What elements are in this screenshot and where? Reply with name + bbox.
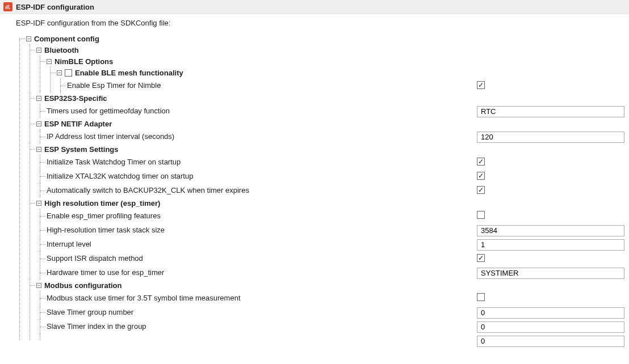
- node-ble-mesh: Enable BLE mesh functionality Enable Esp…: [47, 67, 629, 92]
- node-esp-system: ESP System Settings Initialize Task Watc…: [26, 143, 629, 197]
- config-tree: Component config Bluetooth NimBLE Option…: [0, 33, 629, 340]
- node-init-twdt: Initialize Task Watchdog Timer on startu…: [36, 155, 629, 169]
- label-esp-netif[interactable]: ESP NETIF Adapter: [44, 120, 112, 128]
- input-slave-timer-group[interactable]: [477, 307, 624, 319]
- label-hires-timer[interactable]: High resolution timer (esp_timer): [44, 199, 160, 208]
- esp-idf-icon: [3, 2, 12, 11]
- toggle-hires-timer[interactable]: [36, 201, 41, 206]
- label-profiling[interactable]: Enable esp_timer profiling features: [47, 211, 161, 220]
- label-isr-dispatch[interactable]: Support ISR dispatch method: [47, 254, 143, 263]
- checkbox-init-xtal32k[interactable]: [477, 172, 485, 180]
- node-profiling: Enable esp_timer profiling features: [36, 209, 629, 223]
- node-component-config: Component config Bluetooth NimBLE Option…: [16, 33, 629, 340]
- label-slave-timer-index[interactable]: Slave Timer index in the group: [47, 322, 146, 331]
- input-slave-timer-index[interactable]: [477, 321, 624, 333]
- checkbox-esp-timer-nimble[interactable]: [477, 81, 485, 89]
- section-subtitle: ESP-IDF configuration from the SDKConfig…: [0, 14, 629, 33]
- toggle-ble-mesh[interactable]: [57, 70, 62, 75]
- select-hw-timer[interactable]: [477, 268, 624, 279]
- node-auto-backup32k: Automatically switch to BACKUP32K_CLK wh…: [36, 183, 629, 197]
- checkbox-auto-backup32k[interactable]: [477, 186, 485, 194]
- node-use-timer-35t: Modbus stack use timer for 3.5T symbol t…: [36, 291, 629, 305]
- label-nimble[interactable]: NimBLE Options: [54, 57, 113, 66]
- toggle-nimble[interactable]: [47, 59, 52, 64]
- node-init-xtal32k: Initialize XTAL32K watchdog timer on sta…: [36, 169, 629, 183]
- label-use-timer-35t[interactable]: Modbus stack use timer for 3.5T symbol t…: [47, 294, 241, 302]
- input-cutoff[interactable]: [477, 336, 624, 341]
- svg-point-0: [9, 8, 10, 9]
- toggle-esp32s3[interactable]: [36, 96, 41, 101]
- label-init-twdt[interactable]: Initialize Task Watchdog Timer on startu…: [47, 158, 181, 166]
- label-ble-mesh[interactable]: Enable BLE mesh functionality: [75, 69, 183, 77]
- toggle-esp-system[interactable]: [36, 147, 41, 152]
- checkbox-use-timer-35t[interactable]: [477, 293, 485, 301]
- label-esp-timer-nimble[interactable]: Enable Esp Timer for Nimble: [67, 81, 161, 90]
- label-hw-timer[interactable]: Hardware timer to use for esp_timer: [47, 268, 164, 277]
- label-init-xtal32k[interactable]: Initialize XTAL32K watchdog timer on sta…: [47, 172, 193, 180]
- toggle-bluetooth[interactable]: [36, 48, 41, 53]
- node-esp-timer-nimble: Enable Esp Timer for Nimble: [57, 78, 629, 92]
- label-stack-size[interactable]: High-resolution timer task stack size: [47, 226, 165, 234]
- label-bluetooth[interactable]: Bluetooth: [44, 46, 79, 54]
- checkbox-init-twdt[interactable]: [477, 158, 485, 166]
- node-bluetooth: Bluetooth NimBLE Options: [26, 44, 629, 92]
- input-ip-lost-timer[interactable]: [477, 132, 624, 143]
- label-slave-timer-group[interactable]: Slave Timer group number: [47, 308, 133, 316]
- input-int-level[interactable]: [477, 239, 624, 251]
- label-esp-system[interactable]: ESP System Settings: [44, 145, 119, 154]
- label-modbus[interactable]: Modbus configuration: [44, 281, 121, 290]
- checkbox-profiling[interactable]: [477, 211, 485, 219]
- toggle-esp-netif[interactable]: [36, 121, 41, 126]
- checkbox-isr-dispatch[interactable]: [477, 254, 485, 262]
- section-title: ESP-IDF configuration: [16, 3, 94, 11]
- label-timers-gettimeofday[interactable]: Timers used for gettimeofday function: [47, 107, 170, 115]
- label-int-level[interactable]: Interrupt level: [47, 240, 91, 248]
- label-component-config[interactable]: Component config: [34, 35, 99, 43]
- toggle-modbus[interactable]: [36, 283, 41, 288]
- section-header: ESP-IDF configuration: [0, 0, 629, 14]
- select-timers-gettimeofday[interactable]: [477, 106, 624, 117]
- node-isr-dispatch: Support ISR dispatch method: [36, 251, 629, 265]
- checkbox-ble-mesh-inline[interactable]: [65, 69, 72, 77]
- input-stack-size[interactable]: [477, 225, 624, 236]
- toggle-component-config[interactable]: [26, 36, 31, 41]
- label-auto-backup32k[interactable]: Automatically switch to BACKUP32K_CLK wh…: [47, 186, 249, 194]
- label-ip-lost-timer[interactable]: IP Address lost timer interval (seconds): [47, 132, 174, 141]
- node-nimble-options: NimBLE Options Enable BLE mesh functiona…: [36, 56, 629, 92]
- label-esp32s3[interactable]: ESP32S3-Specific: [44, 94, 107, 103]
